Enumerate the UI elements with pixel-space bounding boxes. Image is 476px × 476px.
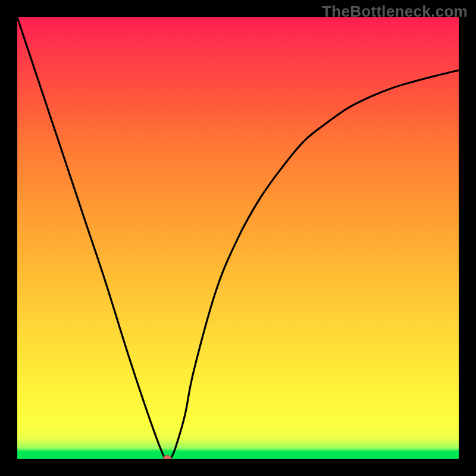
- bottleneck-curve: [17, 17, 459, 459]
- plot-area: [17, 17, 459, 459]
- chart-frame: TheBottleneck.com: [0, 0, 476, 476]
- optimal-point-marker: [163, 455, 171, 459]
- watermark-text: TheBottleneck.com: [322, 2, 468, 21]
